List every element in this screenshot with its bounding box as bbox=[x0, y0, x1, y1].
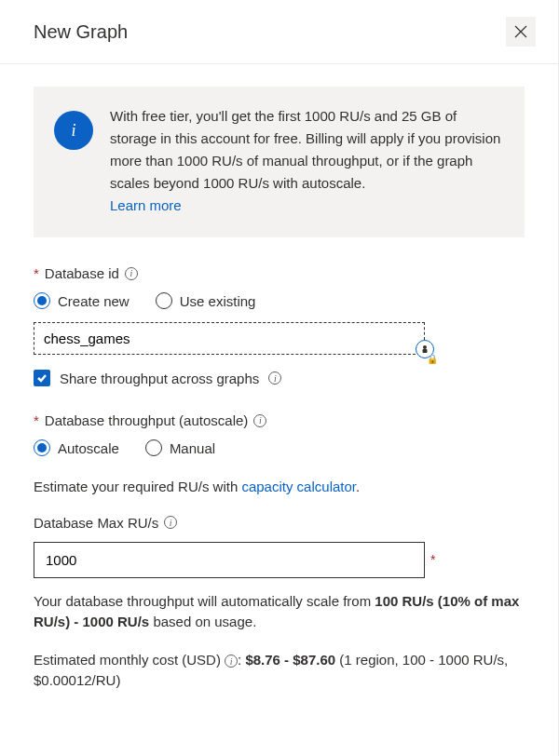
database-id-input-wrap: 🔒 bbox=[34, 322, 425, 355]
radio-use-existing-label: Use existing bbox=[180, 293, 256, 309]
infobox-message: With free tier, you'll get the first 100… bbox=[110, 108, 500, 191]
estimate-line: Estimate your required RU/s with capacit… bbox=[34, 477, 525, 498]
help-icon[interactable]: i bbox=[253, 414, 266, 427]
info-icon: i bbox=[54, 111, 93, 150]
database-id-section: * Database id i Create new Use existing bbox=[34, 265, 525, 386]
help-icon[interactable]: i bbox=[225, 655, 238, 668]
max-ru-label: Database Max RU/s i bbox=[34, 515, 525, 531]
throughput-mode-section: * Database throughput (autoscale) i Auto… bbox=[34, 412, 525, 456]
database-id-input[interactable] bbox=[34, 322, 425, 355]
share-throughput-label: Share throughput across graphs bbox=[60, 371, 259, 386]
estimate-prefix: Estimate your required RU/s with bbox=[34, 479, 241, 494]
scale-note: Your database throughput will automatica… bbox=[34, 591, 525, 633]
share-throughput-checkbox[interactable] bbox=[34, 370, 50, 386]
cost-label: Estimated monthly cost (USD) bbox=[34, 652, 221, 668]
database-id-radio-group: Create new Use existing bbox=[34, 292, 525, 309]
scale-note-pre: Your database throughput will automatica… bbox=[34, 593, 375, 609]
radio-icon bbox=[145, 439, 162, 456]
radio-icon bbox=[34, 439, 50, 456]
close-icon bbox=[513, 24, 528, 39]
cost-range: $8.76 - $87.60 bbox=[245, 652, 335, 668]
database-id-label-text: Database id bbox=[45, 265, 119, 281]
radio-manual-label: Manual bbox=[170, 440, 215, 456]
required-asterisk: * bbox=[430, 552, 435, 567]
radio-icon bbox=[156, 292, 172, 309]
throughput-mode-label: * Database throughput (autoscale) i bbox=[34, 412, 525, 428]
radio-create-new-label: Create new bbox=[58, 293, 130, 309]
panel-body: i With free tier, you'll get the first 1… bbox=[0, 64, 558, 742]
panel-title: New Graph bbox=[34, 21, 128, 43]
throughput-mode-radio-group: Autoscale Manual bbox=[34, 439, 525, 456]
share-throughput-row: Share throughput across graphs i bbox=[34, 370, 525, 386]
max-ru-label-text: Database Max RU/s bbox=[34, 515, 158, 531]
radio-create-new[interactable]: Create new bbox=[34, 292, 130, 309]
max-ru-input[interactable] bbox=[34, 542, 425, 578]
required-asterisk: * bbox=[34, 412, 39, 428]
check-icon bbox=[36, 372, 48, 384]
lock-icon: 🔒 bbox=[427, 354, 438, 364]
radio-icon bbox=[34, 292, 50, 309]
throughput-mode-label-text: Database throughput (autoscale) bbox=[45, 412, 248, 428]
database-id-label: * Database id i bbox=[34, 265, 525, 281]
radio-use-existing[interactable]: Use existing bbox=[156, 292, 256, 309]
scale-note-post: based on usage. bbox=[149, 614, 256, 629]
capacity-calculator-link[interactable]: capacity calculator bbox=[241, 479, 356, 494]
help-icon[interactable]: i bbox=[164, 516, 177, 529]
max-ru-row: * bbox=[34, 542, 525, 578]
help-icon[interactable]: i bbox=[268, 371, 281, 385]
close-button[interactable] bbox=[506, 17, 536, 47]
estimate-suffix: . bbox=[356, 479, 360, 494]
panel-header: New Graph bbox=[0, 0, 558, 64]
infobox-text: With free tier, you'll get the first 100… bbox=[110, 105, 504, 217]
radio-manual[interactable]: Manual bbox=[145, 439, 215, 456]
svg-rect-1 bbox=[423, 349, 428, 353]
required-asterisk: * bbox=[34, 265, 39, 281]
radio-autoscale-label: Autoscale bbox=[58, 440, 119, 456]
free-tier-infobox: i With free tier, you'll get the first 1… bbox=[34, 87, 525, 237]
cost-line: Estimated monthly cost (USD) i: $8.76 - … bbox=[34, 650, 525, 692]
new-graph-panel: New Graph i With free tier, you'll get t… bbox=[0, 0, 559, 756]
learn-more-link[interactable]: Learn more bbox=[110, 197, 182, 213]
svg-point-0 bbox=[423, 345, 427, 349]
help-icon[interactable]: i bbox=[125, 267, 138, 280]
radio-autoscale[interactable]: Autoscale bbox=[34, 439, 119, 456]
